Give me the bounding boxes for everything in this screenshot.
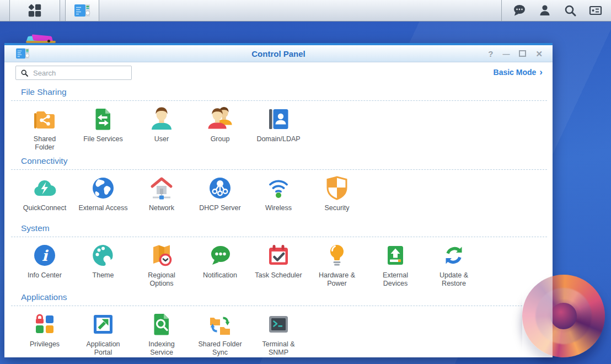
application-portal-icon [90, 311, 116, 338]
app-label: Network [132, 204, 191, 212]
taskbar-control-panel-button[interactable] [65, 0, 99, 21]
app-label: Group [191, 135, 249, 143]
app-external-devices[interactable]: External Devices [366, 242, 425, 288]
section-title: Connectivity [21, 156, 553, 166]
notification-icon [207, 242, 233, 269]
minimize-button[interactable]: — [502, 50, 510, 57]
widgets-icon[interactable] [589, 4, 602, 17]
search-box[interactable] [15, 66, 132, 80]
app-regional-options[interactable]: Regional Options [132, 242, 191, 288]
app-file-services[interactable]: File Services [74, 106, 132, 152]
privileges-icon [31, 311, 58, 338]
shared-folder-sync-icon [207, 311, 233, 338]
app-label: Shared Folder [15, 135, 74, 152]
taskbar [0, 0, 611, 22]
app-application-portal[interactable]: Application Portal [74, 311, 132, 357]
app-security[interactable]: Security [308, 175, 366, 219]
app-indexing-service[interactable]: Indexing Service [132, 311, 191, 357]
domain-ldap-icon [265, 106, 292, 132]
app-dhcp-server[interactable]: DHCP Server [191, 175, 249, 219]
section-divider [11, 306, 547, 306]
app-group[interactable]: Group [191, 106, 249, 152]
icon-grid: iInfo CenterThemeRegional OptionsNotific… [4, 242, 553, 288]
app-update-restore[interactable]: Update & Restore [425, 242, 483, 288]
window-titlebar[interactable]: Control Panel ? — ✕ [4, 45, 553, 62]
app-domain-ldap[interactable]: Domain/LDAP [249, 106, 308, 152]
section-divider [11, 100, 547, 101]
main-menu-button[interactable] [9, 0, 60, 21]
theme-icon [90, 242, 116, 269]
app-shared-folder-sync[interactable]: Shared Folder Sync [191, 311, 249, 357]
quickconnect-icon [31, 175, 58, 201]
app-label: DHCP Server [191, 204, 249, 212]
app-external-access[interactable]: External Access [74, 175, 132, 219]
section-applications: ApplicationsPrivilegesApplication Portal… [4, 292, 553, 357]
file-services-icon [90, 106, 116, 132]
app-label: Update & Restore [425, 271, 483, 288]
app-label: Application Portal [74, 340, 132, 357]
section-connectivity: ConnectivityQuickConnectExternal AccessN… [4, 156, 553, 219]
network-icon [148, 175, 175, 201]
app-label: Indexing Service [132, 340, 191, 357]
app-label: Task Scheduler [249, 271, 308, 280]
section-title: File Sharing [21, 87, 553, 97]
app-quickconnect[interactable]: QuickConnect [15, 175, 74, 219]
window-toolbar: Basic Mode › [4, 64, 553, 83]
wireless-icon [265, 175, 292, 201]
terminal-snmp-icon [265, 311, 292, 338]
regional-options-icon [148, 242, 175, 269]
app-shared-folder[interactable]: Shared Folder [15, 106, 74, 152]
search-input[interactable] [32, 68, 131, 78]
app-label: External Access [74, 204, 132, 212]
app-info-center[interactable]: iInfo Center [15, 242, 74, 288]
app-label: Security [308, 204, 366, 212]
app-label: User [132, 135, 191, 143]
help-button[interactable]: ? [488, 50, 493, 58]
taskbar-status-area [501, 0, 602, 21]
control-panel-window: Control Panel ? — ✕ Basic Mode › File Sh… [4, 43, 553, 357]
notifications-chat-icon[interactable] [513, 4, 526, 17]
app-label: Shared Folder Sync [191, 340, 249, 357]
app-network[interactable]: Network [132, 175, 191, 219]
indexing-service-icon [148, 311, 175, 338]
basic-mode-toggle[interactable]: Basic Mode › [494, 67, 543, 77]
app-user[interactable]: User [132, 106, 191, 152]
control-panel-icon [74, 3, 90, 18]
sections-container: File SharingShared FolderFile ServicesUs… [4, 87, 553, 357]
app-label: Terminal & SNMP [249, 340, 308, 357]
user-account-icon[interactable] [538, 4, 551, 17]
section-divider [11, 237, 547, 237]
app-label: Wireless [249, 204, 308, 212]
external-devices-icon [382, 242, 409, 269]
app-label: External Devices [366, 271, 425, 288]
app-task-scheduler[interactable]: Task Scheduler [249, 242, 308, 288]
basic-mode-label: Basic Mode [494, 68, 537, 77]
app-label: Regional Options [132, 271, 191, 288]
search-icon[interactable] [564, 4, 577, 17]
app-notification[interactable]: Notification [191, 242, 249, 288]
update-restore-icon [441, 242, 467, 269]
app-hardware-power[interactable]: Hardware & Power [308, 242, 366, 288]
app-label: Notification [191, 271, 249, 280]
app-label: Privileges [15, 340, 74, 349]
section-title: System [21, 223, 553, 233]
app-label: QuickConnect [15, 204, 74, 212]
icon-grid: PrivilegesApplication PortalIndexing Ser… [4, 311, 553, 357]
app-label: Hardware & Power [308, 271, 366, 288]
external-access-icon [90, 175, 116, 201]
dhcp-server-icon [207, 175, 233, 201]
app-theme[interactable]: Theme [74, 242, 132, 288]
app-wireless[interactable]: Wireless [249, 175, 308, 219]
window-title: Control Panel [4, 49, 553, 58]
app-privileges[interactable]: Privileges [15, 311, 74, 357]
group-icon [207, 106, 233, 132]
maximize-button[interactable] [519, 50, 526, 58]
app-label: Info Center [15, 271, 74, 280]
app-label: File Services [74, 135, 132, 143]
close-button[interactable]: ✕ [535, 50, 543, 58]
section-file-sharing: File SharingShared FolderFile ServicesUs… [4, 87, 553, 152]
chevron-right-icon: › [539, 67, 543, 77]
section-title: Applications [21, 292, 553, 302]
app-terminal-snmp[interactable]: Terminal & SNMP [249, 311, 308, 357]
security-icon [324, 175, 350, 201]
